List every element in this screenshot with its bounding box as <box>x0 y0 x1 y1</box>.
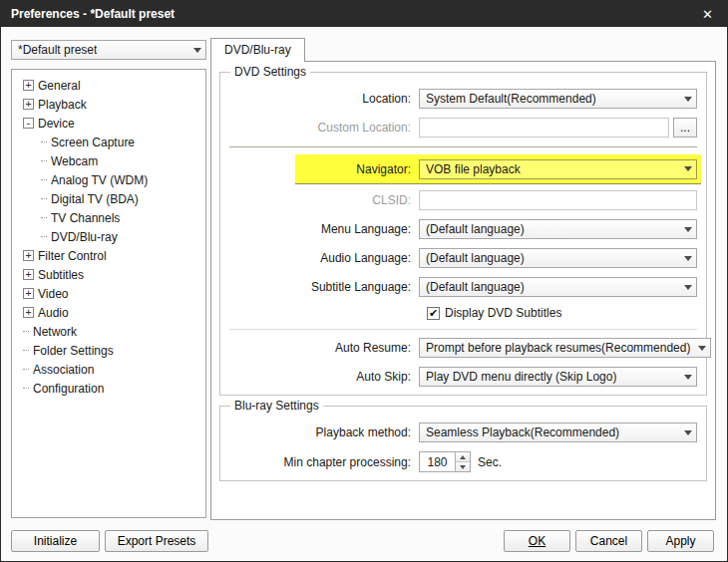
tree-item-audio[interactable]: +Audio <box>12 303 205 322</box>
tree-item-screen-capture[interactable]: Screen Capture <box>12 133 205 151</box>
cancel-button[interactable]: Cancel <box>575 530 642 552</box>
spinner-buttons <box>455 452 470 471</box>
tab-dvd-bluray[interactable]: DVD/Blu-ray <box>210 38 305 62</box>
tree-item-device[interactable]: -Device <box>12 114 205 133</box>
tree-item-video[interactable]: +Video <box>12 284 205 303</box>
min-chapter-row: Min chapter processing: 180 Sec. <box>229 451 697 472</box>
dialog-footer: Initialize Export Presets OK Cancel Appl… <box>11 530 714 552</box>
playback-method-combobox[interactable]: Seamless Playback(Recommended) <box>419 422 697 442</box>
tree-item-label: TV Channels <box>51 211 120 225</box>
tree-connector <box>41 217 47 218</box>
combobox-value: Seamless Playback(Recommended) <box>426 425 619 439</box>
ok-button[interactable]: OK <box>504 530 570 552</box>
expand-icon[interactable]: + <box>23 250 34 261</box>
sec-label: Sec. <box>478 455 502 469</box>
min-chapter-label: Min chapter processing: <box>229 455 411 469</box>
tree-connector <box>41 160 47 161</box>
playback-method-label: Playback method: <box>229 425 411 439</box>
tree-item-label: Subtitles <box>38 268 84 282</box>
tree-connector <box>41 236 47 237</box>
tree-item-digital-tv[interactable]: Digital TV (BDA) <box>12 189 205 208</box>
expand-icon[interactable]: + <box>23 99 34 110</box>
preset-value: *Default preset <box>18 43 97 57</box>
clsid-input <box>419 190 697 210</box>
close-icon[interactable]: ✕ <box>698 7 717 22</box>
audio-language-combobox[interactable]: (Default language) <box>419 248 697 268</box>
tree-item-association[interactable]: Association <box>12 360 205 379</box>
tree-item-playback[interactable]: +Playback <box>12 95 205 114</box>
subtitle-language-label: Subtitle Language: <box>229 280 411 294</box>
auto-skip-combobox[interactable]: Play DVD menu directly (Skip Logo) <box>419 367 697 387</box>
tree-item-tv-channels[interactable]: TV Channels <box>12 208 205 227</box>
tree-item-label: Association <box>33 363 94 377</box>
combobox-value: VOB file playback <box>426 162 521 176</box>
combobox-value: (Default language) <box>426 280 525 294</box>
tree-item-label: DVD/Blu-ray <box>51 230 118 244</box>
separator <box>229 329 697 330</box>
expand-icon[interactable]: + <box>23 80 34 91</box>
dvd-settings-group: DVD Settings Location: System Default(Re… <box>219 72 707 396</box>
clsid-label: CLSID: <box>229 193 411 207</box>
auto-resume-combobox[interactable]: Prompt before playback resumes(Recommend… <box>419 338 711 358</box>
menu-language-combobox[interactable]: (Default language) <box>419 219 697 239</box>
tree-item-label: Screen Capture <box>51 136 135 149</box>
combobox-value: System Default(Recommended) <box>426 92 596 106</box>
title-bar: Preferences - *Default preset ✕ <box>1 1 727 27</box>
custom-location-row: Custom Location: ... <box>229 118 697 138</box>
location-combobox[interactable]: System Default(Recommended) <box>419 89 697 109</box>
collapse-icon[interactable]: - <box>23 118 34 129</box>
tree-item-subtitles[interactable]: +Subtitles <box>12 265 205 284</box>
tree-item-label: Webcam <box>51 154 98 168</box>
spin-up-button[interactable] <box>456 452 470 462</box>
chevron-down-icon <box>679 220 696 238</box>
combobox-value: Prompt before playback resumes(Recommend… <box>426 341 690 355</box>
navigator-label: Navigator: <box>295 162 411 176</box>
tree-item-folder-settings[interactable]: Folder Settings <box>12 341 205 360</box>
tree-connector <box>41 179 47 180</box>
tree-item-network[interactable]: Network <box>12 322 205 341</box>
min-chapter-value: 180 <box>420 452 455 471</box>
menu-language-row: Menu Language: (Default language) <box>229 219 697 239</box>
chevron-down-icon <box>679 90 696 108</box>
chevron-down-icon <box>693 339 710 357</box>
min-chapter-input[interactable]: 180 <box>419 451 471 472</box>
settings-tree: +General +Playback -Device Screen Captur… <box>11 69 206 518</box>
tree-item-filter-control[interactable]: +Filter Control <box>12 246 205 265</box>
tree-item-general[interactable]: +General <box>12 76 205 95</box>
subtitle-language-combobox[interactable]: (Default language) <box>419 277 697 297</box>
browse-button[interactable]: ... <box>673 118 697 138</box>
dvd-bluray-panel: DVD Settings Location: System Default(Re… <box>210 61 716 520</box>
tree-connector <box>41 198 47 199</box>
tree-item-label: Device <box>38 117 75 131</box>
apply-button[interactable]: Apply <box>647 530 714 552</box>
custom-location-label: Custom Location: <box>229 121 411 135</box>
clsid-row: CLSID: <box>229 190 697 210</box>
expand-icon[interactable]: + <box>23 288 34 299</box>
tree-item-analog-tv[interactable]: Analog TV (WDM) <box>12 170 205 189</box>
display-dvd-subtitles-checkbox[interactable]: ✔ <box>427 307 440 320</box>
expand-icon[interactable]: + <box>23 269 34 280</box>
tree-item-label: Analog TV (WDM) <box>51 173 148 187</box>
chevron-down-icon <box>679 249 696 267</box>
spin-down-button[interactable] <box>456 462 470 471</box>
tree-item-dvd-bluray[interactable]: DVD/Blu-ray <box>12 227 205 246</box>
tree-connector <box>23 350 29 351</box>
export-presets-button[interactable]: Export Presets <box>105 530 208 552</box>
playback-method-row: Playback method: Seamless Playback(Recom… <box>229 422 697 442</box>
preset-combobox[interactable]: *Default preset <box>11 40 206 60</box>
custom-location-input <box>419 118 669 138</box>
group-title: DVD Settings <box>230 65 310 79</box>
tree-item-webcam[interactable]: Webcam <box>12 151 205 170</box>
chevron-down-icon <box>679 368 696 386</box>
expand-icon[interactable]: + <box>23 307 34 318</box>
auto-resume-row: Auto Resume: Prompt before playback resu… <box>229 338 697 358</box>
combobox-value: (Default language) <box>426 251 525 265</box>
check-icon: ✔ <box>429 308 438 319</box>
tree-item-configuration[interactable]: Configuration <box>12 379 205 398</box>
auto-resume-label: Auto Resume: <box>229 341 411 355</box>
navigator-combobox[interactable]: VOB file playback <box>419 159 697 179</box>
display-dvd-subtitles-label: Display DVD Subtitles <box>445 306 561 320</box>
navigator-row-highlighted: Navigator: VOB file playback <box>295 154 701 184</box>
tree-item-label: Folder Settings <box>33 344 114 358</box>
initialize-button[interactable]: Initialize <box>11 530 100 552</box>
